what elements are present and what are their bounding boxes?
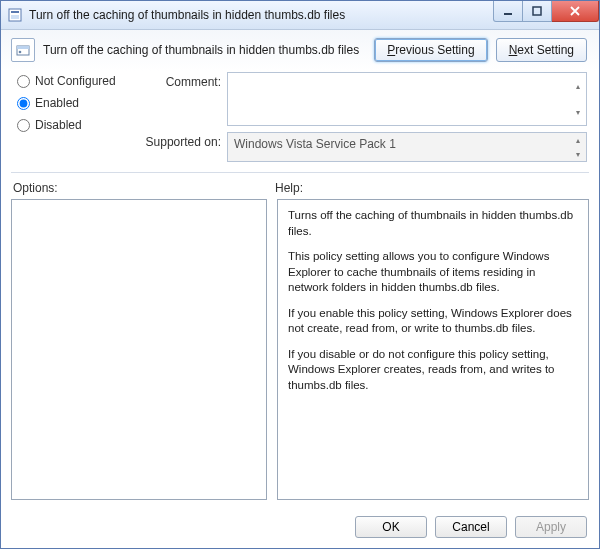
radio-not-configured-input[interactable] <box>17 75 30 88</box>
cancel-button[interactable]: Cancel <box>435 516 507 538</box>
window-controls <box>493 1 599 21</box>
radio-enabled[interactable]: Enabled <box>17 96 127 110</box>
prev-rest: revious Setting <box>395 43 474 57</box>
help-paragraph: If you disable or do not configure this … <box>288 347 578 394</box>
svg-rect-2 <box>11 15 19 19</box>
supported-on-label: Supported on: <box>137 132 221 149</box>
comment-spinner[interactable]: ▴▾ <box>570 73 586 125</box>
help-paragraph: If you enable this policy setting, Windo… <box>288 306 578 337</box>
help-paragraph: This policy setting allows you to config… <box>288 249 578 296</box>
state-radio-group: Not Configured Enabled Disabled <box>17 72 127 162</box>
radio-not-configured-label: Not Configured <box>35 74 116 88</box>
close-button[interactable] <box>552 1 599 22</box>
policy-editor-window: Turn off the caching of thumbnails in hi… <box>0 0 600 549</box>
title-bar[interactable]: Turn off the caching of thumbnails in hi… <box>1 1 599 30</box>
next-setting-button[interactable]: Next Setting <box>496 38 587 62</box>
radio-disabled-input[interactable] <box>17 119 30 132</box>
help-pane: Turns off the caching of thumbnails in h… <box>277 199 589 500</box>
svg-rect-3 <box>504 13 512 15</box>
chevron-down-icon[interactable]: ▾ <box>570 147 586 161</box>
window-title: Turn off the caching of thumbnails in hi… <box>29 8 493 22</box>
policy-title: Turn off the caching of thumbnails in hi… <box>43 43 366 57</box>
supported-on-text: Windows Vista Service Pack 1 <box>234 137 396 151</box>
help-paragraph: Turns off the caching of thumbnails in h… <box>288 208 578 239</box>
next-accel: N <box>509 43 518 57</box>
panes-row: Turns off the caching of thumbnails in h… <box>1 199 599 508</box>
svg-point-7 <box>19 51 22 54</box>
radio-enabled-label: Enabled <box>35 96 79 110</box>
radio-enabled-input[interactable] <box>17 97 30 110</box>
chevron-up-icon[interactable]: ▴ <box>570 73 586 99</box>
configuration-row: Not Configured Enabled Disabled Comment:… <box>1 70 599 168</box>
fields-column: Comment: ▴▾ Supported on: Windows Vista … <box>137 72 587 162</box>
minimize-button[interactable] <box>493 1 523 22</box>
svg-rect-4 <box>533 7 541 15</box>
dialog-buttons: OK Cancel Apply <box>1 508 599 548</box>
next-rest: ext Setting <box>517 43 574 57</box>
policy-header: Turn off the caching of thumbnails in hi… <box>1 30 599 70</box>
supported-on-value: Windows Vista Service Pack 1 ▴▾ <box>227 132 587 162</box>
comment-label: Comment: <box>137 72 221 89</box>
supported-spinner[interactable]: ▴▾ <box>570 133 586 161</box>
maximize-button[interactable] <box>523 1 552 22</box>
radio-not-configured[interactable]: Not Configured <box>17 74 127 88</box>
separator <box>11 172 589 173</box>
options-pane <box>11 199 267 500</box>
chevron-down-icon[interactable]: ▾ <box>570 99 586 125</box>
ok-button[interactable]: OK <box>355 516 427 538</box>
svg-rect-1 <box>11 11 19 13</box>
policy-icon <box>11 38 35 62</box>
app-icon <box>7 7 23 23</box>
radio-disabled[interactable]: Disabled <box>17 118 127 132</box>
chevron-up-icon[interactable]: ▴ <box>570 133 586 147</box>
pane-labels: Options: Help: <box>1 177 599 199</box>
options-label: Options: <box>13 181 275 195</box>
radio-disabled-label: Disabled <box>35 118 82 132</box>
previous-setting-button[interactable]: Previous Setting <box>374 38 487 62</box>
svg-rect-6 <box>17 46 29 49</box>
help-label: Help: <box>275 181 303 195</box>
apply-button[interactable]: Apply <box>515 516 587 538</box>
comment-input[interactable]: ▴▾ <box>227 72 587 126</box>
